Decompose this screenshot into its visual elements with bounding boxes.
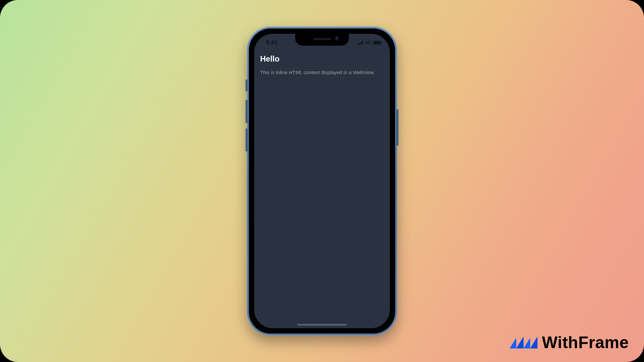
cellular-signal-icon <box>357 41 363 45</box>
battery-level <box>374 41 381 44</box>
status-time: 9:41 <box>263 39 278 46</box>
withframe-logo-text: WithFrame <box>542 333 629 352</box>
status-bar: 9:41 5G <box>254 34 390 52</box>
withframe-logo-icon <box>510 333 537 352</box>
mockup-stage: 9:41 5G Hello This is inline HTML conten… <box>0 0 644 362</box>
phone-bezel: 9:41 5G Hello This is inline HTML conten… <box>249 28 395 334</box>
side-power-button <box>396 109 398 146</box>
webview-heading: Hello <box>260 54 384 64</box>
phone-screen: 9:41 5G Hello This is inline HTML conten… <box>254 34 390 328</box>
volume-up-button <box>246 100 248 123</box>
volume-down-button <box>246 128 248 152</box>
network-type-label: 5G <box>365 40 371 45</box>
status-right: 5G <box>357 40 381 45</box>
iphone-device-frame: 9:41 5G Hello This is inline HTML conten… <box>247 26 397 336</box>
webview-paragraph: This is inline HTML content displayed in… <box>260 69 384 75</box>
withframe-watermark: WithFrame <box>510 333 629 352</box>
mute-switch <box>246 79 248 91</box>
battery-icon <box>373 41 381 45</box>
webview-content[interactable]: Hello This is inline HTML content displa… <box>254 54 390 328</box>
home-indicator[interactable] <box>297 324 347 326</box>
